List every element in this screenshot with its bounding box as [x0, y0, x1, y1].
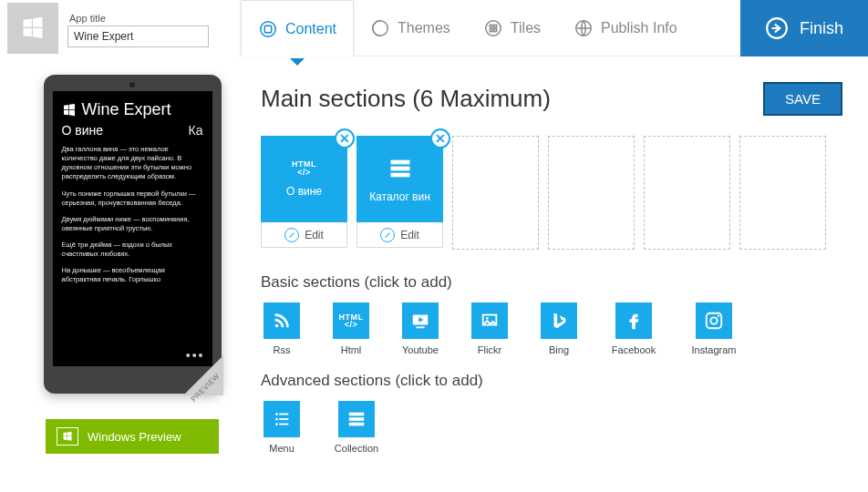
app-title-group: App title — [67, 0, 232, 56]
svg-rect-10 — [390, 159, 409, 164]
section-tile-collection[interactable]: ✕ Каталог вин — [356, 136, 443, 222]
preview-paragraph: На донышке — всеобъемлющая абстрактная п… — [62, 266, 203, 284]
app-title-input[interactable] — [67, 26, 209, 47]
svg-point-19 — [710, 317, 717, 323]
section-slot-empty[interactable] — [644, 136, 730, 250]
basic-sections-label: Basic sections (click to add) — [261, 273, 842, 292]
advanced-sections-row: Menu Collection — [261, 401, 842, 454]
svg-point-17 — [486, 317, 489, 320]
content-icon — [258, 19, 278, 39]
windows-logo-box — [7, 3, 58, 54]
rss-icon — [272, 311, 292, 331]
add-bing[interactable]: Bing — [538, 302, 580, 355]
editor-title: Main sections (6 Maximum) — [261, 85, 551, 113]
svg-rect-4 — [490, 25, 492, 27]
svg-rect-7 — [494, 29, 497, 32]
preview-section-header: О вине Ка — [62, 123, 203, 138]
app-title-label: App title — [67, 13, 232, 24]
svg-point-3 — [486, 21, 501, 36]
svg-rect-11 — [390, 166, 409, 170]
menu-icon — [272, 409, 292, 429]
section-tile-html[interactable]: ✕ HTML</> О вине — [261, 136, 347, 222]
windows-preview-label: Windows Preview — [88, 430, 181, 444]
add-html[interactable]: HTML</> Html — [330, 302, 372, 355]
tab-bar: Content Themes Tiles Publish Info — [241, 0, 740, 56]
top-bar: App title Content Themes Tiles Publish I… — [0, 0, 868, 56]
svg-point-23 — [275, 418, 278, 421]
html-icon: HTML</> — [292, 160, 316, 175]
themes-icon — [370, 18, 390, 38]
collection-icon — [346, 409, 367, 429]
add-facebook[interactable]: Facebook — [607, 302, 660, 355]
svg-rect-12 — [390, 172, 409, 177]
tab-content-label: Content — [285, 21, 336, 37]
tab-themes-label: Themes — [398, 20, 450, 36]
svg-rect-15 — [416, 326, 424, 328]
section-slot-filled: ✕ HTML</> О вине Edit — [261, 136, 347, 250]
preview-paragraph: Ещё три дюйма — вздохи о былых счастливы… — [62, 241, 203, 259]
tab-themes[interactable]: Themes — [354, 0, 467, 56]
preview-paragraph: Двумя дюймами ниже — воспоминания, овеян… — [62, 215, 203, 233]
svg-point-25 — [275, 423, 278, 425]
edit-section-button[interactable]: Edit — [261, 222, 347, 248]
svg-rect-24 — [279, 418, 288, 420]
save-button[interactable]: SAVE — [763, 82, 842, 116]
tab-publish-label: Publish Info — [601, 20, 677, 36]
section-slots: ✕ HTML</> О вине Edit ✕ Каталог вин — [261, 136, 842, 250]
youtube-icon — [410, 311, 430, 331]
preview-app-name: Wine Expert — [62, 100, 203, 119]
arrow-right-circle-icon — [765, 16, 789, 40]
svg-point-21 — [275, 413, 278, 415]
preview-paragraph: Два галлона вина — это немалое количеств… — [62, 145, 203, 182]
windows-preview-button[interactable]: Windows Preview — [46, 419, 219, 454]
remove-section-button[interactable]: ✕ — [430, 128, 450, 149]
tab-tiles[interactable]: Tiles — [467, 0, 557, 56]
svg-rect-5 — [494, 25, 497, 27]
tab-content[interactable]: Content — [241, 0, 354, 56]
tiles-icon — [483, 18, 503, 38]
editor-pane: Main sections (6 Maximum) SAVE ✕ HTML</>… — [255, 66, 868, 492]
add-collection[interactable]: Collection — [330, 401, 383, 454]
editor-header: Main sections (6 Maximum) SAVE — [261, 82, 842, 116]
tab-tiles-label: Tiles — [511, 20, 541, 36]
section-slot-empty[interactable] — [452, 136, 539, 250]
add-rss[interactable]: Rss — [261, 302, 303, 355]
html-icon: HTML</> — [339, 313, 364, 328]
remove-section-button[interactable]: ✕ — [335, 128, 355, 149]
collection-icon — [388, 156, 413, 181]
preview-pane: Wine Expert О вине Ка Два галлона вина —… — [0, 66, 255, 492]
windows-icon — [20, 15, 46, 41]
section-slot-empty[interactable] — [548, 136, 635, 250]
svg-point-0 — [261, 21, 276, 36]
finish-label: Finish — [800, 19, 843, 38]
instagram-icon — [704, 311, 724, 331]
phone-screen: Wine Expert О вине Ка Два галлона вина —… — [53, 91, 212, 366]
flickr-icon — [480, 311, 500, 331]
svg-point-20 — [718, 315, 719, 317]
svg-rect-29 — [349, 423, 365, 426]
section-slot-filled: ✕ Каталог вин Edit — [356, 136, 443, 250]
svg-point-13 — [275, 324, 279, 328]
edit-section-button[interactable]: Edit — [356, 222, 443, 248]
add-menu[interactable]: Menu — [261, 401, 303, 454]
svg-rect-6 — [490, 29, 492, 32]
phone-frame: Wine Expert О вине Ка Два галлона вина —… — [44, 75, 222, 394]
svg-rect-22 — [279, 414, 288, 415]
svg-rect-1 — [264, 26, 271, 32]
windows-icon — [62, 103, 77, 118]
windows-preview-icon — [57, 427, 78, 446]
basic-sections-row: Rss HTML</> Html Youtube Flickr Bing Fac… — [261, 302, 842, 355]
svg-rect-27 — [349, 413, 365, 416]
section-slot-empty[interactable] — [739, 136, 826, 250]
body: Wine Expert О вине Ка Два галлона вина —… — [0, 56, 868, 492]
pencil-icon — [284, 228, 299, 242]
advanced-sections-label: Advanced sections (click to add) — [261, 372, 842, 390]
publish-icon — [574, 18, 594, 38]
svg-rect-26 — [279, 424, 288, 425]
add-instagram[interactable]: Instagram — [687, 302, 740, 355]
facebook-icon — [624, 311, 644, 331]
add-youtube[interactable]: Youtube — [399, 302, 441, 355]
tab-publish[interactable]: Publish Info — [557, 0, 694, 56]
add-flickr[interactable]: Flickr — [469, 302, 511, 355]
finish-button[interactable]: Finish — [740, 0, 868, 56]
